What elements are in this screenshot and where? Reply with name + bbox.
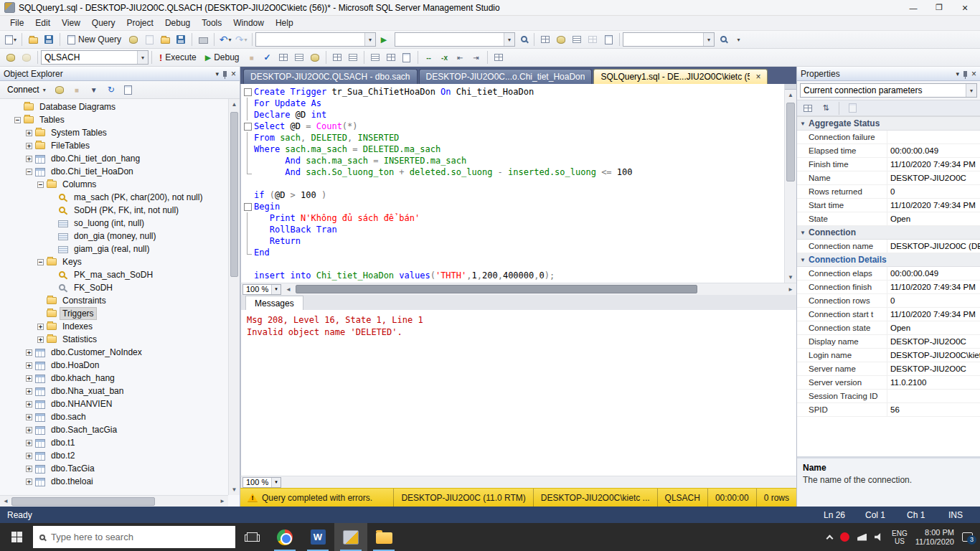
taskbar-clock[interactable]: 8:00 PM 11/10/2020 bbox=[915, 528, 954, 547]
execute-button[interactable]: !Execute bbox=[155, 50, 201, 65]
pin-icon[interactable] bbox=[223, 71, 227, 77]
start-button[interactable] bbox=[0, 523, 33, 551]
property-server-name[interactable]: Server nameDESKTOP-JIU2O0C bbox=[797, 362, 980, 376]
tree-item-so-luong-int-null[interactable]: so_luong (int, null) bbox=[0, 217, 228, 230]
available-databases-combo[interactable]: QLSACH▾ bbox=[41, 50, 149, 65]
menu-item-help[interactable]: Help bbox=[270, 17, 299, 29]
expand-icon[interactable]: + bbox=[26, 156, 32, 162]
menu-item-window[interactable]: Window bbox=[227, 17, 270, 29]
collapse-category-icon[interactable]: ▼ bbox=[797, 121, 809, 127]
tray-red-app-icon[interactable] bbox=[840, 532, 849, 542]
messages-zoom-combo[interactable]: 100 %▾ bbox=[242, 477, 281, 488]
chevron-down-icon[interactable]: ▾ bbox=[966, 84, 976, 97]
editor-vscrollbar[interactable]: ▲ ▼ bbox=[784, 84, 796, 283]
expand-icon[interactable]: + bbox=[26, 130, 32, 136]
property-state[interactable]: StateOpen bbox=[797, 212, 980, 226]
activity-monitor-icon[interactable] bbox=[537, 32, 553, 47]
chevron-down-icon[interactable]: ▾ bbox=[364, 33, 375, 46]
property-name[interactable]: NameDESKTOP-JIU2O0C bbox=[797, 171, 980, 185]
scroll-down-icon[interactable]: ▼ bbox=[229, 484, 240, 495]
results-to-text-icon[interactable] bbox=[367, 50, 383, 65]
find-icon[interactable] bbox=[515, 32, 531, 47]
code-line[interactable]: −Create Trigger tr_Sua_ChiTietHoaDon On … bbox=[241, 86, 784, 98]
print-icon[interactable] bbox=[195, 32, 211, 47]
client-statistics-icon[interactable] bbox=[345, 50, 361, 65]
toolbar-dropdown-3[interactable]: ▾ bbox=[623, 32, 715, 47]
sql-editor[interactable]: −Create Trigger tr_Sua_ChiTietHoaDon On … bbox=[240, 84, 796, 283]
tree-item-dbo-chi-tiet-don-hang[interactable]: +dbo.Chi_tiet_don_hang bbox=[0, 152, 228, 165]
property-category-connection-details[interactable]: ▼Connection Details bbox=[797, 253, 980, 267]
document-tab-sqlquery1-sql-de-jiu2o0c-kietc-56[interactable]: SQLQuery1.sql - DE...JIU2O0C\kietc (56))… bbox=[593, 69, 768, 84]
property-connection-name[interactable]: Connection nameDESKTOP-JIU2O0C (DES bbox=[797, 240, 980, 253]
object-explorer-vscrollbar[interactable]: ▲ ▼ bbox=[228, 99, 240, 495]
scroll-up-icon[interactable]: ▲ bbox=[785, 90, 796, 100]
tab-messages[interactable]: Messages bbox=[245, 296, 303, 310]
tree-item-statistics[interactable]: +Statistics bbox=[0, 333, 228, 346]
close-tab-icon[interactable]: × bbox=[755, 72, 760, 82]
tree-item-dbo-tacgia[interactable]: +dbo.TacGia bbox=[0, 462, 228, 475]
tree-item-dbo-nha-xuat-ban[interactable]: +dbo.Nha_xuat_ban bbox=[0, 385, 228, 397]
tree-item-pk-ma-sach-sodh[interactable]: PK_ma_sach_SoDH bbox=[0, 268, 228, 281]
scroll-up-icon[interactable]: ▲ bbox=[229, 99, 240, 110]
stop-icon[interactable]: ■ bbox=[69, 83, 85, 98]
open-file-small-icon[interactable] bbox=[157, 32, 173, 47]
code-line[interactable]: −Select @D = Count(*) bbox=[241, 121, 784, 132]
tree-item-constraints[interactable]: Constraints bbox=[0, 294, 228, 307]
tree-item-system-tables[interactable]: +System Tables bbox=[0, 126, 228, 139]
specify-template-values-icon[interactable] bbox=[491, 50, 507, 65]
chevron-down-icon[interactable]: ▾ bbox=[271, 285, 281, 294]
tree-item-dbo-t2[interactable]: +dbo.t2 bbox=[0, 449, 228, 462]
property-connection-state[interactable]: Connection stateOpen bbox=[797, 321, 980, 335]
code-line[interactable]: Declare @D int bbox=[241, 109, 784, 121]
connect-button[interactable]: Connect▾ bbox=[3, 83, 50, 98]
collapse-icon[interactable]: − bbox=[37, 259, 44, 265]
open-file-icon[interactable] bbox=[25, 32, 41, 47]
property-start-time[interactable]: Start time11/10/2020 7:49:34 PM bbox=[797, 199, 980, 212]
new-query-button[interactable]: New Query bbox=[63, 32, 126, 47]
database-engine-query-icon[interactable] bbox=[126, 32, 141, 47]
tree-item-dbo-sach[interactable]: +dbo.sach bbox=[0, 410, 228, 423]
property-server-version[interactable]: Server version11.0.2100 bbox=[797, 376, 980, 390]
expand-icon[interactable]: + bbox=[26, 401, 32, 408]
menu-item-file[interactable]: File bbox=[4, 17, 29, 29]
property-session-tracing-id[interactable]: Session Tracing ID bbox=[797, 390, 980, 403]
property-connection-failure[interactable]: Connection failure bbox=[797, 131, 980, 144]
tree-item-filetables[interactable]: +FileTables bbox=[0, 139, 228, 152]
tree-item-indexes[interactable]: +Indexes bbox=[0, 320, 228, 333]
debug-button[interactable]: ▶Debug bbox=[201, 50, 244, 65]
menu-item-view[interactable]: View bbox=[56, 17, 86, 29]
property-pages-icon[interactable] bbox=[844, 100, 860, 116]
quick-find-icon[interactable] bbox=[715, 32, 730, 47]
code-line[interactable]: End bbox=[241, 247, 784, 258]
chevron-down-icon[interactable]: ▾ bbox=[504, 33, 514, 46]
code-line[interactable]: Where sach.ma_sach = DELETED.ma_sach bbox=[241, 143, 784, 155]
chevron-down-icon[interactable]: ▾ bbox=[956, 70, 959, 77]
tree-item-dbo-t1[interactable]: +dbo.t1 bbox=[0, 436, 228, 449]
tree-item-dbo-sach-tacgia[interactable]: +dbo.Sach_tacGia bbox=[0, 423, 228, 436]
chevron-down-icon[interactable]: ▾ bbox=[703, 33, 714, 46]
analysis-query-icon[interactable] bbox=[141, 32, 157, 47]
cancel-query-icon[interactable]: ■ bbox=[244, 50, 260, 65]
scroll-right-icon[interactable]: ► bbox=[217, 496, 228, 507]
tree-item-fk-sodh[interactable]: FK_SoDH bbox=[0, 281, 228, 294]
tree-item-keys[interactable]: −Keys bbox=[0, 255, 228, 268]
tree-item-tables[interactable]: −Tables bbox=[0, 113, 228, 126]
property-connection-finish[interactable]: Connection finish11/10/2020 7:49:34 PM bbox=[797, 281, 980, 294]
scrollbar-thumb[interactable] bbox=[230, 112, 238, 277]
scroll-left-icon[interactable]: ◄ bbox=[283, 283, 294, 295]
action-center-icon[interactable]: 3 bbox=[962, 532, 973, 542]
property-category-aggregate-status[interactable]: ▼Aggregate Status bbox=[797, 117, 980, 131]
tree-item-don-gia-money-null[interactable]: don_gia (money, null) bbox=[0, 230, 228, 242]
menu-item-project[interactable]: Project bbox=[121, 17, 159, 29]
filter-icon[interactable]: ▼ bbox=[86, 83, 102, 98]
property-finish-time[interactable]: Finish time11/10/2020 7:49:34 PM bbox=[797, 158, 980, 171]
solution-explorer-icon[interactable] bbox=[600, 32, 616, 47]
connect-icon[interactable] bbox=[3, 50, 19, 65]
code-line[interactable] bbox=[241, 258, 784, 270]
property-connection-elaps[interactable]: Connection elaps00:00:00.049 bbox=[797, 267, 980, 281]
document-tab-desktop-jiu2o0c-qlsach-dbo-sach[interactable]: DESKTOP-JIU2O0C.QLSACH - dbo.sach bbox=[243, 69, 418, 84]
collapse-icon[interactable]: − bbox=[37, 182, 44, 188]
language-indicator[interactable]: ENG US bbox=[892, 529, 908, 545]
include-actual-plan-icon[interactable] bbox=[329, 50, 345, 65]
new-item-icon[interactable]: ▾ bbox=[3, 32, 19, 47]
